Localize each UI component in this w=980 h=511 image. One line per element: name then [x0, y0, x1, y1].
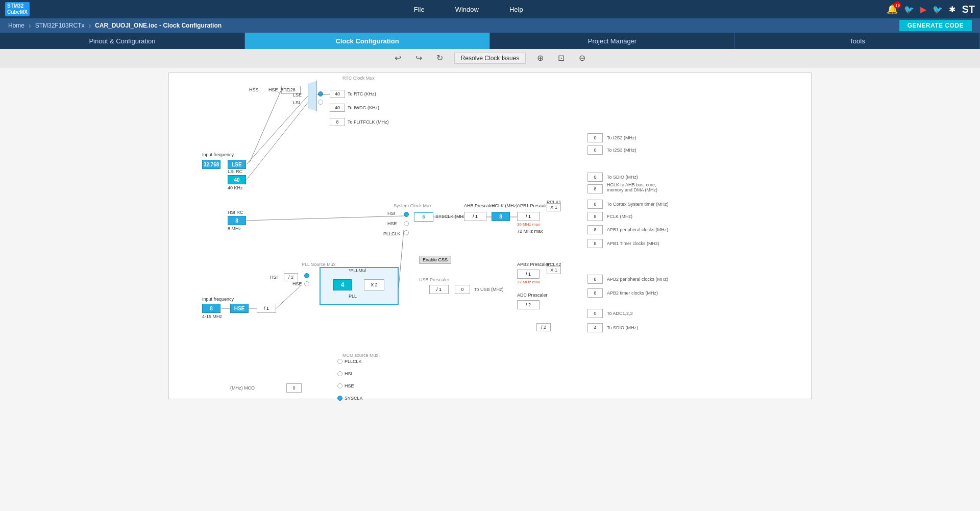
tab-tools[interactable]: Tools — [735, 33, 980, 49]
facebook-icon[interactable]: 🐦 — [904, 5, 914, 14]
sys-mux-hsi[interactable] — [404, 212, 409, 217]
generate-code-button[interactable]: GENERATE CODE — [899, 20, 972, 31]
logo-box: STM32 CubeMX — [5, 2, 30, 16]
to-adc-label: To ADC1,2,3 — [607, 311, 633, 316]
hse-box[interactable]: HSE — [230, 304, 249, 313]
enable-css-button[interactable]: Enable CSS — [419, 256, 451, 264]
lsi-rc-label: LSI RC — [228, 169, 242, 174]
menu-file[interactable]: File — [414, 6, 425, 13]
breadcrumb-home[interactable]: Home — [8, 22, 24, 29]
ahb-prescaler-label: AHB Prescaler — [464, 203, 494, 208]
menu-help[interactable]: Help — [509, 6, 523, 13]
apb2-div-dropdown[interactable]: / 1 — [517, 270, 540, 279]
hsi-div2-box: / 2 — [284, 273, 298, 281]
to-adc-val[interactable]: 0 — [587, 309, 603, 318]
breadcrumb-file: CAR_DUOJI_ONE.ioc - Clock Configuration — [95, 22, 222, 29]
rtc-mux-radio-2[interactable] — [318, 100, 323, 105]
sdio-div2: / 2 — [536, 323, 551, 331]
apb1-periph-val[interactable]: 8 — [587, 225, 603, 234]
zoom-in-button[interactable]: ⊕ — [534, 52, 547, 64]
input-freq-val-2[interactable]: 8 — [202, 304, 220, 313]
to-flit-val-box[interactable]: 8 — [330, 118, 345, 126]
to-i2s3-val[interactable]: 0 — [587, 145, 603, 155]
apb1-timer-val[interactable]: 8 — [587, 239, 603, 248]
hse-div1-dropdown[interactable]: / 1 — [257, 304, 276, 313]
hsi-rc-label-text: HSI RC — [228, 210, 243, 215]
mco-pllclk-label: PLLCLK — [345, 359, 362, 364]
undo-button[interactable]: ↩ — [391, 52, 404, 64]
to-sdio-bot-label: To SDIO (MHz) — [607, 325, 638, 330]
hse-pll-label: HSE — [292, 281, 302, 286]
mco-radio-hsi[interactable] — [337, 371, 342, 376]
redo-button[interactable]: ↪ — [412, 52, 425, 64]
lse-box[interactable]: LSE — [228, 160, 246, 169]
mco-val[interactable]: 0 — [286, 383, 302, 393]
apb1-div-dropdown[interactable]: / 1 — [517, 212, 540, 221]
connection-lines — [169, 73, 811, 399]
pll-x2-dropdown[interactable]: X 2 — [364, 279, 384, 290]
topbar: STM32 CubeMX File Window Help 🔔 19 🐦 ▶ 🐦… — [0, 0, 980, 18]
tab-pinout[interactable]: Pinout & Configuration — [0, 33, 245, 49]
to-cortex-val[interactable]: 8 — [587, 200, 603, 209]
to-sdio-bot-val[interactable]: 4 — [587, 323, 603, 332]
apb2-periph-val[interactable]: 8 — [587, 275, 603, 284]
mco-radio-hse[interactable] — [337, 383, 342, 388]
to-i2s2-val[interactable]: 0 — [587, 133, 603, 142]
breadcrumb-chip[interactable]: STM32F103RCTx — [35, 22, 85, 29]
resolve-clock-issues-button[interactable]: Resolve Clock Issues — [454, 53, 526, 64]
mco-hse-label: HSE — [345, 383, 354, 388]
apb2-timer-val[interactable]: 8 — [587, 288, 603, 298]
input-freq-label-1: Input frequency — [202, 152, 234, 157]
to-iwdg-label: To IWDG (KHz) — [348, 105, 379, 110]
fit-button[interactable]: ⊡ — [555, 52, 568, 64]
hsi-val-box[interactable]: 8 — [228, 216, 246, 225]
sys-mux-pll[interactable] — [404, 230, 409, 235]
hclk-val-box[interactable]: 8 — [492, 212, 510, 221]
mco-radio-sysclk[interactable] — [337, 396, 342, 401]
tab-project[interactable]: Project Manager — [490, 33, 735, 49]
apb1-timer-label: APB1 Timer clocks (MHz) — [607, 241, 659, 246]
hclk-ahb-val[interactable]: 8 — [587, 184, 603, 193]
to-iwdg-val-box[interactable]: 40 — [330, 104, 345, 112]
zoom-out-button[interactable]: ⊖ — [576, 52, 589, 64]
st-icon[interactable]: ST — [962, 4, 975, 15]
to-sdio-top-val[interactable]: 0 — [587, 173, 603, 182]
sys-mux-hse[interactable] — [404, 221, 409, 226]
usb-div-dropdown[interactable]: / 1 — [429, 285, 449, 294]
pll-val-box[interactable]: 4 — [333, 279, 352, 290]
to-flit-label: To FLITFCLK (MHz) — [348, 119, 389, 125]
to-rtc-val-box[interactable]: 40 — [330, 90, 345, 98]
youtube-icon[interactable]: ▶ — [920, 5, 926, 14]
adc-div-dropdown[interactable]: / 2 — [517, 300, 540, 309]
adc-prescaler-label: ADC Prescaler — [517, 293, 548, 298]
fclk-val[interactable]: 8 — [587, 212, 603, 221]
lsi-val-box[interactable]: 40 — [228, 175, 246, 184]
apb1-prescaler-label: APB1 Prescaler — [517, 203, 550, 208]
hsi-pll-label: HSI — [270, 275, 278, 280]
pll-src-hsi[interactable] — [304, 273, 309, 278]
refresh-button[interactable]: ↻ — [433, 52, 446, 64]
pll-src-hse[interactable] — [304, 281, 309, 286]
mco-label: (MHz) MCO — [230, 385, 255, 391]
tab-clock[interactable]: Clock Configuration — [245, 33, 490, 49]
notification-badge[interactable]: 🔔 19 — [887, 4, 898, 15]
network-icon[interactable]: ✱ — [949, 5, 955, 14]
mco-sysclk-label: SYSCLK — [345, 396, 363, 401]
rtc-mux-radio-1[interactable] — [318, 91, 323, 96]
hse-rtc-label: HSE_RTC — [268, 87, 290, 92]
input-freq-val-1[interactable]: 32.768 — [202, 160, 220, 169]
notification-count: 19 — [894, 2, 901, 9]
apb2-72max-label: 72 MHz max — [517, 280, 540, 284]
ahb-div-dropdown[interactable]: / 1 — [464, 212, 486, 221]
to-i2s2-label: To I2S2 (MHz) — [607, 135, 636, 140]
toolbar: ↩ ↪ ↻ Resolve Clock Issues ⊕ ⊡ ⊖ — [0, 49, 980, 67]
social-icons: 🔔 19 🐦 ▶ 🐦 ✱ ST — [887, 4, 975, 15]
to-usb-val[interactable]: 0 — [455, 285, 470, 294]
mco-radio-pllclk[interactable] — [337, 359, 342, 364]
menu-bar: File Window Help — [50, 6, 887, 13]
twitter-icon[interactable]: 🐦 — [933, 5, 943, 14]
hss-label-top: HSS — [249, 87, 259, 92]
menu-window[interactable]: Window — [455, 6, 479, 13]
sysclk-val-box[interactable]: 8 — [414, 212, 433, 222]
hsi-sys-label: HSI — [387, 211, 395, 216]
